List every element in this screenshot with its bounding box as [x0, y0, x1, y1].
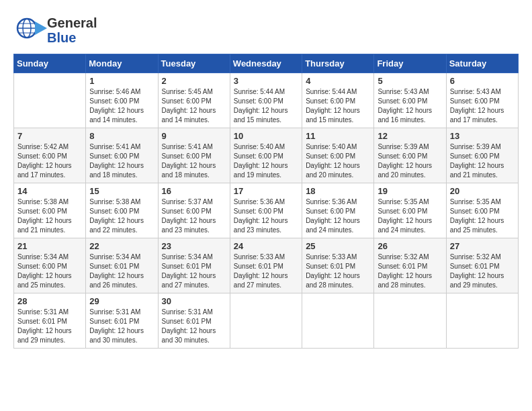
day-number: 1	[89, 76, 154, 86]
calendar-cell: 26Sunrise: 5:32 AMSunset: 6:01 PMDayligh…	[374, 238, 446, 293]
day-number: 7	[17, 131, 82, 141]
calendar-cell: 27Sunrise: 5:32 AMSunset: 6:01 PMDayligh…	[446, 238, 518, 293]
day-info: Sunrise: 5:38 AMSunset: 6:00 PMDaylight:…	[89, 197, 154, 235]
header: General Blue	[13, 13, 519, 47]
day-info: Sunrise: 5:32 AMSunset: 6:01 PMDaylight:…	[378, 253, 442, 290]
day-number: 25	[306, 241, 370, 251]
day-number: 5	[378, 76, 442, 86]
day-number: 28	[17, 296, 82, 306]
day-info: Sunrise: 5:33 AMSunset: 6:01 PMDaylight:…	[234, 253, 298, 290]
weekday-header-sunday: Sunday	[14, 54, 86, 73]
day-info: Sunrise: 5:36 AMSunset: 6:00 PMDaylight:…	[306, 197, 370, 235]
calendar-cell: 5Sunrise: 5:43 AMSunset: 6:00 PMDaylight…	[374, 73, 446, 128]
day-number: 6	[450, 76, 515, 86]
day-info: Sunrise: 5:43 AMSunset: 6:00 PMDaylight:…	[378, 87, 442, 125]
day-info: Sunrise: 5:39 AMSunset: 6:00 PMDaylight:…	[450, 142, 515, 180]
day-number: 26	[378, 241, 442, 251]
calendar-cell: 12Sunrise: 5:39 AMSunset: 6:00 PMDayligh…	[374, 128, 446, 183]
calendar-cell: 8Sunrise: 5:41 AMSunset: 6:00 PMDaylight…	[86, 128, 158, 183]
day-number: 27	[450, 241, 515, 251]
calendar-cell: 4Sunrise: 5:44 AMSunset: 6:00 PMDaylight…	[302, 73, 374, 128]
day-info: Sunrise: 5:34 AMSunset: 6:01 PMDaylight:…	[162, 253, 226, 290]
calendar-cell: 10Sunrise: 5:40 AMSunset: 6:00 PMDayligh…	[230, 128, 302, 183]
day-number: 14	[17, 186, 82, 196]
day-number: 30	[162, 296, 226, 306]
calendar-cell: 14Sunrise: 5:38 AMSunset: 6:00 PMDayligh…	[14, 183, 86, 238]
day-number: 4	[306, 76, 370, 86]
day-number: 21	[17, 241, 82, 251]
calendar-cell	[302, 293, 374, 349]
calendar-cell: 18Sunrise: 5:36 AMSunset: 6:00 PMDayligh…	[302, 183, 374, 238]
day-number: 24	[234, 241, 298, 251]
day-number: 17	[234, 186, 298, 196]
day-number: 9	[162, 131, 226, 141]
calendar-cell: 28Sunrise: 5:31 AMSunset: 6:01 PMDayligh…	[14, 293, 86, 349]
page-container: General Blue SundayMondayTuesdayWednesda…	[13, 13, 519, 349]
weekday-header-tuesday: Tuesday	[158, 54, 230, 73]
calendar-cell: 9Sunrise: 5:41 AMSunset: 6:00 PMDaylight…	[158, 128, 230, 183]
day-info: Sunrise: 5:35 AMSunset: 6:00 PMDaylight:…	[378, 197, 442, 235]
day-info: Sunrise: 5:44 AMSunset: 6:00 PMDaylight:…	[234, 87, 298, 125]
calendar-cell: 22Sunrise: 5:34 AMSunset: 6:01 PMDayligh…	[86, 238, 158, 293]
day-number: 22	[89, 241, 154, 251]
calendar-cell: 11Sunrise: 5:40 AMSunset: 6:00 PMDayligh…	[302, 128, 374, 183]
day-info: Sunrise: 5:32 AMSunset: 6:01 PMDaylight:…	[450, 253, 515, 290]
logo-icon	[13, 13, 47, 47]
day-info: Sunrise: 5:33 AMSunset: 6:01 PMDaylight:…	[306, 253, 370, 290]
calendar-cell	[14, 73, 86, 128]
calendar-table: SundayMondayTuesdayWednesdayThursdayFrid…	[13, 54, 519, 349]
calendar-cell: 24Sunrise: 5:33 AMSunset: 6:01 PMDayligh…	[230, 238, 302, 293]
calendar-cell	[374, 293, 446, 349]
weekday-header-saturday: Saturday	[446, 54, 518, 73]
day-info: Sunrise: 5:34 AMSunset: 6:01 PMDaylight:…	[89, 253, 154, 290]
day-number: 29	[89, 296, 154, 306]
day-info: Sunrise: 5:40 AMSunset: 6:00 PMDaylight:…	[306, 142, 370, 180]
calendar-cell: 7Sunrise: 5:42 AMSunset: 6:00 PMDaylight…	[14, 128, 86, 183]
day-info: Sunrise: 5:31 AMSunset: 6:01 PMDaylight:…	[89, 308, 154, 345]
weekday-header-wednesday: Wednesday	[230, 54, 302, 73]
calendar-cell: 1Sunrise: 5:46 AMSunset: 6:00 PMDaylight…	[86, 73, 158, 128]
day-number: 13	[450, 131, 515, 141]
day-info: Sunrise: 5:37 AMSunset: 6:00 PMDaylight:…	[162, 197, 226, 235]
week-row-2: 7Sunrise: 5:42 AMSunset: 6:00 PMDaylight…	[14, 128, 519, 183]
day-number: 15	[89, 186, 154, 196]
day-info: Sunrise: 5:31 AMSunset: 6:01 PMDaylight:…	[17, 308, 82, 345]
day-info: Sunrise: 5:41 AMSunset: 6:00 PMDaylight:…	[89, 142, 154, 180]
day-number: 11	[306, 131, 370, 141]
week-row-3: 14Sunrise: 5:38 AMSunset: 6:00 PMDayligh…	[14, 183, 519, 238]
weekday-header-row: SundayMondayTuesdayWednesdayThursdayFrid…	[14, 54, 519, 73]
day-number: 2	[162, 76, 226, 86]
day-number: 16	[162, 186, 226, 196]
day-info: Sunrise: 5:31 AMSunset: 6:01 PMDaylight:…	[162, 308, 226, 345]
day-info: Sunrise: 5:40 AMSunset: 6:00 PMDaylight:…	[234, 142, 298, 180]
day-number: 8	[89, 131, 154, 141]
day-info: Sunrise: 5:35 AMSunset: 6:00 PMDaylight:…	[450, 197, 515, 235]
day-number: 19	[378, 186, 442, 196]
calendar-cell	[230, 293, 302, 349]
day-info: Sunrise: 5:42 AMSunset: 6:00 PMDaylight:…	[17, 142, 82, 180]
calendar-cell: 15Sunrise: 5:38 AMSunset: 6:00 PMDayligh…	[86, 183, 158, 238]
calendar-cell: 19Sunrise: 5:35 AMSunset: 6:00 PMDayligh…	[374, 183, 446, 238]
calendar-cell: 2Sunrise: 5:45 AMSunset: 6:00 PMDaylight…	[158, 73, 230, 128]
day-info: Sunrise: 5:38 AMSunset: 6:00 PMDaylight:…	[17, 197, 82, 235]
calendar-cell: 16Sunrise: 5:37 AMSunset: 6:00 PMDayligh…	[158, 183, 230, 238]
calendar-cell: 17Sunrise: 5:36 AMSunset: 6:00 PMDayligh…	[230, 183, 302, 238]
calendar-cell: 21Sunrise: 5:34 AMSunset: 6:00 PMDayligh…	[14, 238, 86, 293]
day-number: 20	[450, 186, 515, 196]
calendar-cell: 6Sunrise: 5:43 AMSunset: 6:00 PMDaylight…	[446, 73, 518, 128]
calendar-cell: 13Sunrise: 5:39 AMSunset: 6:00 PMDayligh…	[446, 128, 518, 183]
calendar-cell: 25Sunrise: 5:33 AMSunset: 6:01 PMDayligh…	[302, 238, 374, 293]
logo: General Blue	[13, 13, 97, 47]
calendar-cell: 3Sunrise: 5:44 AMSunset: 6:00 PMDaylight…	[230, 73, 302, 128]
calendar-cell: 23Sunrise: 5:34 AMSunset: 6:01 PMDayligh…	[158, 238, 230, 293]
day-info: Sunrise: 5:46 AMSunset: 6:00 PMDaylight:…	[89, 87, 154, 125]
week-row-1: 1Sunrise: 5:46 AMSunset: 6:00 PMDaylight…	[14, 73, 519, 128]
logo-text: General Blue	[47, 15, 97, 45]
calendar-cell: 20Sunrise: 5:35 AMSunset: 6:00 PMDayligh…	[446, 183, 518, 238]
day-info: Sunrise: 5:43 AMSunset: 6:00 PMDaylight:…	[450, 87, 515, 125]
weekday-header-thursday: Thursday	[302, 54, 374, 73]
day-info: Sunrise: 5:44 AMSunset: 6:00 PMDaylight:…	[306, 87, 370, 125]
day-info: Sunrise: 5:45 AMSunset: 6:00 PMDaylight:…	[162, 87, 226, 125]
weekday-header-monday: Monday	[86, 54, 158, 73]
day-info: Sunrise: 5:39 AMSunset: 6:00 PMDaylight:…	[378, 142, 442, 180]
